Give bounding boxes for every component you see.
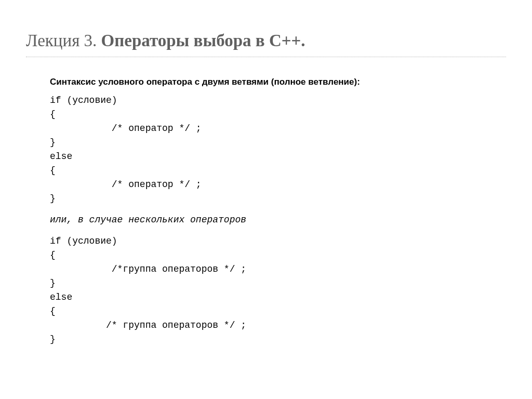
subtitle: Синтаксис условного оператора с двумя ве… [50,76,506,88]
slide-title: Лекция 3. Операторы выбора в С++. [26,31,506,57]
code-block-2: if (условие) { /*группа операторов */ ; … [50,234,506,347]
slide-content: Синтаксис условного оператора с двумя ве… [26,76,506,347]
title-main: Операторы выбора [101,31,251,50]
title-prefix: Лекция 3. [26,31,101,50]
code-block-1: if (условие) { /* оператор */ ; } else {… [50,94,506,206]
title-suffix: в С++. [251,31,305,50]
note-text: или, в случае нескольких операторов [50,213,506,227]
